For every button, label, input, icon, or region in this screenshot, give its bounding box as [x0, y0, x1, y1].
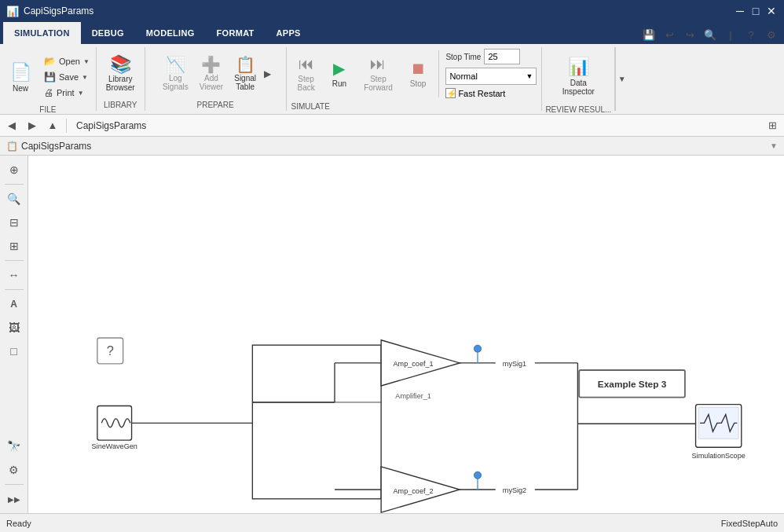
model-path-icon: 📋: [6, 141, 18, 152]
new-button[interactable]: 📄 New: [3, 50, 38, 104]
grid-settings-button[interactable]: ⊞: [764, 117, 781, 134]
fast-restart-checkbox-icon: ⚡: [445, 88, 456, 98]
simulate-group-label: SIMULATE: [291, 102, 330, 111]
settings-button[interactable]: ⚙: [762, 25, 781, 44]
open-dropdown-arrow[interactable]: ▼: [83, 58, 90, 65]
tab-format[interactable]: FORMAT: [206, 22, 266, 44]
model-canvas: ? SineWaveGen Amp_coef_1 Amplifier_1: [28, 156, 784, 513]
up-button[interactable]: ▲: [44, 117, 61, 134]
mysig1-label: mySig1: [503, 360, 526, 368]
left-sep-2: [5, 260, 24, 261]
close-button[interactable]: ✕: [765, 5, 778, 17]
save-dropdown-arrow[interactable]: ▼: [82, 74, 88, 81]
statusbar: Ready FixedStepAuto: [0, 513, 784, 532]
ribbon-overflow-button[interactable]: ▼: [615, 47, 628, 111]
signal-table-button[interactable]: 📋 Signal Table: [229, 50, 261, 97]
signal-table-icon: 📋: [236, 57, 255, 72]
step-forward-icon: ⏭: [370, 55, 386, 73]
probe1-icon: [474, 345, 481, 352]
prepare-overflow[interactable]: ▶: [262, 68, 273, 79]
left-btn-zoom-in[interactable]: 🔍: [3, 188, 25, 210]
library-browser-icon: 📚: [110, 56, 131, 73]
left-sep-4: [5, 484, 24, 485]
tab-simulation[interactable]: SIMULATION: [3, 22, 81, 44]
amplifier1-label: Amplifier_1: [395, 392, 430, 400]
log-signals-button[interactable]: 📉 Log Signals: [158, 50, 193, 97]
step-back-button[interactable]: ⏮ Step Back: [291, 53, 321, 95]
stop-time-label: Stop Time: [445, 53, 481, 61]
back-button[interactable]: ◀: [3, 117, 20, 134]
help-button[interactable]: ?: [742, 25, 760, 44]
ribbon-prepare-group: 📉 Log Signals ➕ Add Viewer 📋 Signal Tabl…: [145, 47, 287, 111]
new-icon: 📄: [10, 62, 31, 83]
minimize-button[interactable]: ─: [734, 5, 746, 17]
app-icon: 📊: [6, 6, 19, 17]
open-button[interactable]: 📂 Open ▼: [41, 54, 93, 68]
print-dropdown-arrow[interactable]: ▼: [78, 90, 84, 97]
step-forward-button[interactable]: ⏭ Step Forward: [357, 53, 399, 95]
sinewave-label: SineWaveGen: [92, 442, 137, 450]
stop-time-row: Stop Time: [445, 49, 537, 64]
left-btn-image[interactable]: 🖼: [3, 317, 25, 339]
breadcrumb: CapiSigsParams: [71, 120, 151, 131]
titlebar-title-area: 📊 CapiSigsParams: [6, 6, 93, 17]
left-btn-shape[interactable]: □: [3, 340, 25, 362]
file-stack: 📂 Open ▼ 💾 Save ▼ 🖨 Print ▼: [41, 54, 93, 100]
separator-btn: |: [721, 25, 740, 44]
maximize-button[interactable]: □: [749, 5, 762, 17]
fast-restart-checkbox[interactable]: ⚡ Fast Restart: [445, 88, 537, 98]
save-button[interactable]: 💾 Save ▼: [41, 70, 93, 84]
left-btn-collapse[interactable]: ▶▶: [3, 488, 25, 510]
left-sep-3: [5, 289, 24, 290]
print-button[interactable]: 🖨 Print ▼: [41, 86, 93, 100]
run-button[interactable]: ▶ Run: [326, 53, 353, 95]
canvas-area: ? SineWaveGen Amp_coef_1 Amplifier_1: [28, 156, 784, 513]
library-items: 📚 Library Browser: [101, 49, 140, 99]
prepare-group-label: PREPARE: [197, 101, 234, 109]
review-items: 📊 Data Inspector: [556, 49, 601, 104]
model-path-dropdown[interactable]: ▼: [770, 141, 778, 150]
scope-label: SimulationScope: [692, 452, 746, 460]
toolbar-separator: [66, 119, 67, 133]
ribbon-tabs: SIMULATION DEBUG MODELING FORMAT APPS 💾 …: [0, 22, 784, 44]
sim-separator: [438, 50, 439, 97]
simulation-mode-dropdown[interactable]: Normal ▼: [445, 68, 537, 85]
left-btn-explorer[interactable]: ⊕: [3, 159, 25, 181]
add-viewer-button[interactable]: ➕ Add Viewer: [195, 50, 228, 97]
data-inspector-icon: 📊: [568, 57, 589, 77]
sinewave-block[interactable]: [97, 406, 132, 441]
ribbon-simulate-group: ⏮ Step Back ▶ Run ⏭ Step Forward ⏹ Stop: [287, 47, 543, 111]
stop-button[interactable]: ⏹ Stop: [404, 53, 433, 95]
undo-button[interactable]: ↩: [660, 25, 679, 44]
file-group-label: FILE: [3, 105, 93, 114]
left-btn-settings2[interactable]: ⚙: [3, 459, 25, 481]
titlebar-title-text: CapiSigsParams: [24, 6, 93, 17]
library-browser-button[interactable]: 📚 Library Browser: [101, 50, 140, 97]
redo-button[interactable]: ↪: [680, 25, 699, 44]
save-icon: 💾: [44, 72, 56, 83]
stop-icon: ⏹: [410, 60, 426, 78]
left-btn-explorer2[interactable]: 🔭: [3, 435, 25, 457]
left-btn-fit[interactable]: ⊟: [3, 211, 25, 233]
zoom-button[interactable]: 🔍: [701, 25, 720, 44]
model-path-label: CapiSigsParams: [21, 141, 91, 152]
titlebar-controls: ─ □ ✕: [734, 5, 778, 17]
left-btn-text[interactable]: A: [3, 293, 25, 315]
tab-debug[interactable]: DEBUG: [81, 22, 135, 44]
tab-apps[interactable]: APPS: [266, 22, 312, 44]
left-sep-1: [5, 184, 24, 185]
tab-modeling[interactable]: MODELING: [135, 22, 206, 44]
dropdown-arrow: ▼: [526, 72, 533, 80]
ribbon: 📄 New 📂 Open ▼ 💾 Save ▼ 🖨 Print: [0, 44, 784, 115]
stop-time-input[interactable]: [484, 49, 520, 64]
quick-save-button[interactable]: 💾: [639, 25, 658, 44]
add-viewer-icon: ➕: [201, 57, 221, 72]
bus-rect: [252, 345, 381, 499]
data-inspector-button[interactable]: 📊 Data Inspector: [556, 49, 601, 104]
ribbon-right-controls: 💾 ↩ ↪ 🔍 | ? ⚙: [639, 25, 784, 44]
left-btn-pan[interactable]: ↔: [3, 264, 25, 286]
amplifier2-text: Amp_coef_2: [394, 487, 434, 495]
left-btn-zoom-area[interactable]: ⊞: [3, 235, 25, 257]
quick-access-toolbar: ◀ ▶ ▲ CapiSigsParams ⊞: [0, 115, 784, 137]
forward-button[interactable]: ▶: [24, 117, 41, 134]
